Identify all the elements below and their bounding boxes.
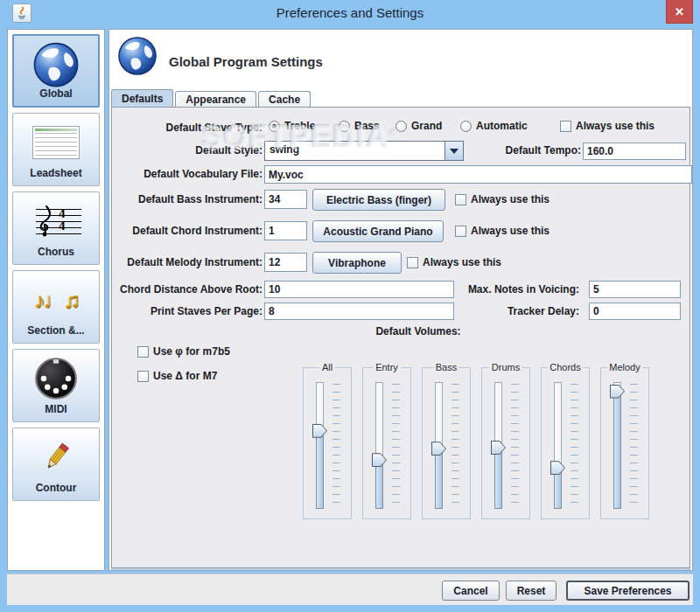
- melody-instrument-label: Default Melody Instrument:: [112, 256, 262, 268]
- sidebar-item-chorus[interactable]: 44 Chorus: [12, 191, 100, 265]
- slider-thumb[interactable]: [550, 461, 565, 475]
- tracker-delay-label: Tracker Delay:: [427, 305, 579, 317]
- volume-slider-drums[interactable]: [494, 382, 502, 509]
- volume-group-bass: Bass: [422, 367, 471, 519]
- style-label: Default Style:: [112, 144, 262, 156]
- slider-thumb[interactable]: [610, 385, 625, 399]
- sidebar-item-midi[interactable]: MIDI: [12, 349, 100, 422]
- volume-slider-melody[interactable]: [613, 382, 621, 509]
- page-title: Global Program Settings: [169, 54, 323, 69]
- checkbox-icon: [455, 226, 466, 237]
- pencil-icon: [13, 432, 99, 483]
- radio-treble[interactable]: Treble: [269, 120, 315, 132]
- globe-icon: [14, 39, 98, 90]
- bass-instrument-number-field[interactable]: [264, 190, 307, 209]
- treble-clef-icon: 44: [13, 196, 99, 247]
- main-panel: Global Program Settings Defaults Appeara…: [108, 29, 693, 571]
- bass-instrument-button[interactable]: Electric Bass (finger): [312, 189, 445, 211]
- close-icon: ✕: [675, 5, 684, 18]
- radio-icon: [269, 121, 280, 132]
- slider-thumb[interactable]: [431, 442, 446, 456]
- tab-appearance[interactable]: Appearance: [175, 91, 256, 108]
- music-notes-icon: ♪♩♫: [13, 275, 99, 325]
- save-preferences-button[interactable]: Save Preferences: [566, 581, 690, 601]
- radio-automatic[interactable]: Automatic: [460, 120, 528, 132]
- vocabulary-label: Default Vocabulary File:: [112, 168, 262, 180]
- radio-icon: [339, 121, 350, 132]
- checkbox-label: Always use this: [576, 120, 654, 132]
- volume-slider-bass[interactable]: [435, 382, 443, 509]
- radio-label: Bass: [354, 120, 380, 132]
- radio-grand[interactable]: Grand: [396, 120, 442, 132]
- cancel-button[interactable]: Cancel: [442, 581, 500, 601]
- melody-instrument-button[interactable]: Vibraphone: [312, 252, 402, 274]
- sidebar-item-label: Section &...: [13, 324, 99, 337]
- checkbox-label: Always use this: [471, 225, 550, 237]
- volume-slider-entry[interactable]: [375, 382, 383, 509]
- chord-instrument-number-field[interactable]: [264, 221, 307, 240]
- tab-defaults[interactable]: Defaults: [111, 89, 173, 108]
- sidebar-item-contour[interactable]: Contour: [12, 428, 100, 501]
- reset-button[interactable]: Reset: [506, 581, 556, 601]
- sidebar-item-leadsheet[interactable]: Leadsheet: [12, 113, 100, 186]
- title-bar: Preferences and Settings ✕: [0, 0, 700, 26]
- slider-thumb[interactable]: [491, 441, 506, 455]
- default-volumes-label: Default Volumes:: [200, 325, 637, 337]
- sidebar-item-section[interactable]: ♪♩♫ Section &...: [12, 270, 100, 344]
- checkbox-icon: [137, 371, 149, 382]
- sidebar: Global Leadsheet 44 Chorus: [7, 29, 105, 571]
- chord-instrument-button[interactable]: Acoustic Grand Piano: [312, 220, 444, 242]
- checkbox-label: Use φ for m7b5: [153, 345, 230, 358]
- max-notes-label: Max. Notes in Voicing:: [427, 283, 579, 296]
- volume-slider-all[interactable]: [316, 382, 324, 509]
- use-phi-checkbox[interactable]: Use φ for m7b5: [137, 345, 230, 358]
- stave-always-checkbox[interactable]: Always use this: [560, 120, 654, 132]
- window-title: Preferences and Settings: [0, 0, 700, 26]
- slider-thumb[interactable]: [312, 424, 327, 438]
- slider-ticks: [392, 384, 400, 507]
- preferences-window: Preferences and Settings ✕: [0, 0, 700, 612]
- vocabulary-field[interactable]: [264, 165, 692, 184]
- chord-instrument-label: Default Chord Instrument:: [112, 225, 262, 237]
- max-notes-field[interactable]: [589, 281, 681, 298]
- use-delta-checkbox[interactable]: Use Δ for M7: [137, 370, 217, 382]
- tab-cache[interactable]: Cache: [258, 91, 311, 108]
- chord-always-checkbox[interactable]: Always use this: [455, 225, 550, 237]
- volume-group-drums: Drums: [481, 367, 530, 519]
- tab-bar: Defaults Appearance Cache: [111, 89, 312, 108]
- slider-ticks: [332, 384, 340, 507]
- melody-always-checkbox[interactable]: Always use this: [407, 256, 501, 268]
- chord-distance-label: Chord Distance Above Root:: [112, 283, 262, 296]
- checkbox-icon: [560, 121, 571, 132]
- radio-bass[interactable]: Bass: [339, 120, 380, 132]
- close-button[interactable]: ✕: [666, 0, 693, 24]
- volume-group-entry: Entry: [362, 367, 411, 519]
- sidebar-item-global[interactable]: Global: [12, 34, 100, 108]
- radio-icon: [396, 121, 407, 132]
- slider-group-title: Drums: [489, 362, 522, 372]
- print-staves-field[interactable]: [264, 303, 454, 320]
- radio-label: Automatic: [476, 120, 528, 132]
- volume-slider-chords[interactable]: [554, 382, 562, 509]
- radio-icon: [460, 121, 472, 132]
- sidebar-item-label: Chorus: [13, 246, 99, 258]
- chord-distance-field[interactable]: [264, 281, 454, 298]
- slider-thumb[interactable]: [372, 453, 387, 467]
- slider-ticks: [452, 384, 459, 507]
- melody-instrument-number-field[interactable]: [264, 253, 307, 272]
- checkbox-label: Always use this: [423, 256, 501, 268]
- slider-group-title: Melody: [606, 362, 642, 372]
- checkbox-icon: [137, 346, 149, 358]
- tempo-field[interactable]: [583, 143, 686, 160]
- slider-ticks: [630, 384, 638, 507]
- tracker-delay-field[interactable]: [589, 303, 681, 320]
- slider-ticks: [570, 384, 578, 507]
- bass-always-checkbox[interactable]: Always use this: [455, 193, 550, 205]
- midi-din-icon: [13, 353, 99, 404]
- style-combobox[interactable]: swing: [264, 141, 464, 161]
- volume-group-all: All: [303, 367, 352, 519]
- volume-group-melody: Melody: [600, 367, 649, 519]
- globe-header-icon: [116, 35, 158, 80]
- tempo-label: Default Tempo:: [444, 144, 581, 156]
- slider-group-title: Entry: [373, 362, 401, 372]
